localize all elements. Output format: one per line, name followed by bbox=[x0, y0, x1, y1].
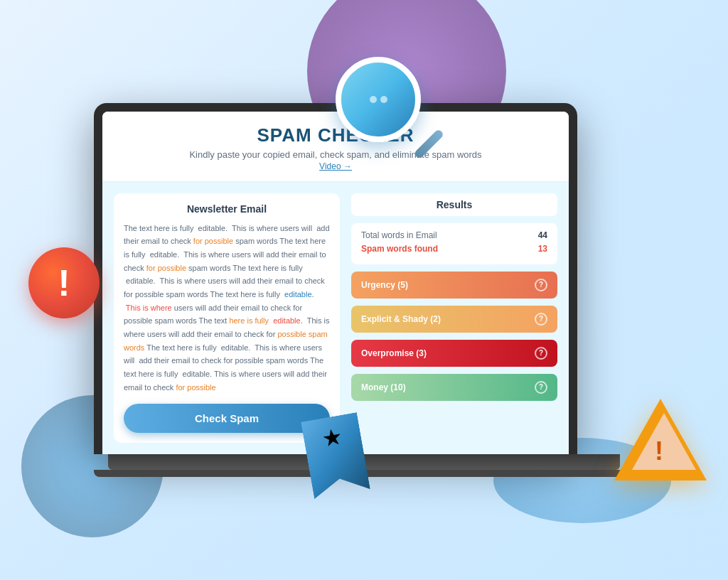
money-label: Money (10) bbox=[361, 382, 406, 392]
total-words-row: Total words in Email 44 bbox=[361, 230, 547, 240]
explicit-info-icon[interactable]: ? bbox=[535, 313, 547, 326]
app-body: Newsletter Email The text here is fully … bbox=[102, 182, 569, 455]
results-title: Results bbox=[351, 193, 557, 216]
overpromise-info-icon[interactable]: ? bbox=[535, 347, 547, 360]
newsletter-panel-title: Newsletter Email bbox=[124, 203, 330, 215]
urgency-label: Urgency (5) bbox=[361, 280, 408, 290]
warning-exclamation: ! bbox=[655, 436, 663, 466]
spam-words-label: Spam words found bbox=[361, 244, 438, 254]
spam-words-value: 13 bbox=[538, 244, 547, 254]
alert-exclamation-icon: ! bbox=[28, 247, 100, 318]
category-overpromise[interactable]: Overpromise (3) ? bbox=[351, 340, 557, 367]
category-money[interactable]: Money (10) ? bbox=[351, 374, 557, 401]
money-info-icon[interactable]: ? bbox=[535, 381, 547, 394]
star-icon: ★ bbox=[320, 422, 345, 452]
explicit-label: Explicit & Shady (2) bbox=[361, 314, 441, 324]
results-stats: Total words in Email 44 Spam words found… bbox=[351, 223, 557, 264]
overpromise-label: Overpromise (3) bbox=[361, 348, 427, 358]
urgency-info-icon[interactable]: ? bbox=[535, 279, 547, 291]
total-words-value: 44 bbox=[538, 230, 547, 240]
email-text-area[interactable]: The text here is fully editable. This is… bbox=[124, 222, 330, 394]
results-panel: Results Total words in Email 44 Spam wor… bbox=[351, 193, 557, 444]
magnify-glass-icon bbox=[336, 57, 449, 171]
check-spam-button[interactable]: Check Spam bbox=[124, 404, 330, 433]
bookmark-star-icon: ★ bbox=[307, 417, 364, 495]
exclamation-mark: ! bbox=[58, 264, 70, 301]
spam-words-row: Spam words found 13 bbox=[361, 244, 547, 254]
total-words-label: Total words in Email bbox=[361, 230, 437, 240]
warning-triangle-icon: ! bbox=[614, 399, 707, 480]
newsletter-panel: Newsletter Email The text here is fully … bbox=[114, 193, 340, 444]
category-urgency[interactable]: Urgency (5) ? bbox=[351, 272, 557, 299]
category-explicit[interactable]: Explicit & Shady (2) ? bbox=[351, 306, 557, 333]
